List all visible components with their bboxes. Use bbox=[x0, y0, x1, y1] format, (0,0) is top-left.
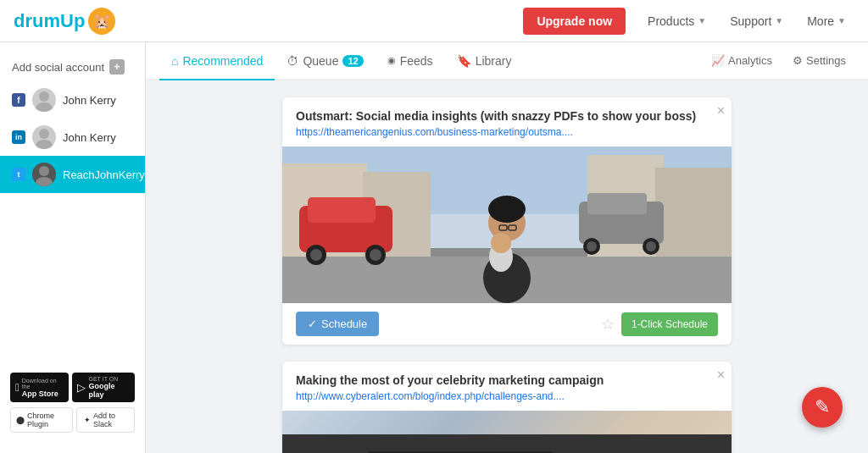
rss-icon: ◉ bbox=[387, 55, 396, 66]
gear-icon: ⚙ bbox=[793, 54, 803, 67]
settings-tab[interactable]: ⚙ Settings bbox=[784, 49, 854, 72]
card-2-image: Email bbox=[282, 411, 732, 453]
sidebar-footer:  Download on the App Store ▷ GET IT ON … bbox=[0, 362, 145, 443]
tab-queue-label: Queue bbox=[303, 54, 338, 68]
tab-library[interactable]: 🔖 Library bbox=[445, 42, 524, 80]
support-label: Support bbox=[730, 14, 771, 28]
avatar-reach-john-kerry bbox=[32, 163, 56, 186]
support-chevron-icon: ▼ bbox=[775, 16, 783, 25]
card-2: × Making the most of your celebrity mark… bbox=[282, 362, 732, 453]
logo: drumUp 🐹 bbox=[14, 8, 115, 35]
chart-icon: 📈 bbox=[711, 54, 725, 67]
analytics-label: Analytics bbox=[728, 54, 772, 67]
apple-icon:  bbox=[15, 381, 19, 394]
svg-point-1 bbox=[36, 102, 53, 112]
app-store-label: App Store bbox=[22, 389, 64, 398]
more-label: More bbox=[807, 14, 834, 28]
more-menu[interactable]: More ▼ bbox=[798, 8, 854, 35]
bookmark-icon: 🔖 bbox=[457, 54, 471, 68]
plugin-row: ⬤ Chrome Plugin ✦ Add to Slack bbox=[10, 407, 135, 433]
svg-point-25 bbox=[646, 241, 656, 251]
edit-icon: ✎ bbox=[815, 396, 830, 418]
tab-library-label: Library bbox=[476, 54, 512, 68]
avatar-john-kerry-fb bbox=[32, 88, 56, 112]
avatar-john-kerry-li bbox=[32, 125, 56, 149]
twitter-icon: t bbox=[12, 168, 25, 181]
app-body: Add social account + f John Kerry in Joh… bbox=[0, 42, 868, 453]
card-1-body: Outsmart: Social media insights (with sn… bbox=[282, 97, 732, 138]
sidebar-item-linkedin[interactable]: in John Kerry bbox=[0, 119, 145, 156]
tab-queue[interactable]: ⏱ Queue 12 bbox=[275, 42, 375, 80]
tab-feeds[interactable]: ◉ Feeds bbox=[376, 42, 445, 80]
svg-point-4 bbox=[39, 166, 49, 176]
sidebar-item-twitter[interactable]: t ReachJohnKerry bbox=[0, 156, 145, 193]
svg-rect-13 bbox=[655, 168, 732, 257]
twitter-account-name: ReachJohnKerry bbox=[63, 168, 145, 181]
card-2-url[interactable]: http://www.cyberalert.com/blog/index.php… bbox=[296, 390, 718, 402]
tabs-bar: ⌂ Recommended ⏱ Queue 12 ◉ Feeds 🔖 Libra… bbox=[146, 42, 868, 80]
app-store-button[interactable]:  Download on the App Store bbox=[10, 373, 69, 402]
tab-recommended-label: Recommended bbox=[182, 54, 263, 68]
header: drumUp 🐹 Upgrade now Products ▼ Support … bbox=[0, 0, 868, 42]
svg-rect-15 bbox=[308, 197, 376, 223]
svg-point-2 bbox=[39, 129, 49, 139]
drumup-mascot-icon: 🐹 bbox=[88, 8, 115, 35]
support-menu[interactable]: Support ▼ bbox=[721, 8, 792, 35]
svg-point-5 bbox=[36, 177, 53, 186]
settings-label: Settings bbox=[806, 54, 846, 67]
analytics-tab[interactable]: 📈 Analytics bbox=[703, 49, 781, 72]
svg-rect-21 bbox=[587, 193, 647, 214]
google-play-button[interactable]: ▷ GET IT ON Google play bbox=[72, 373, 135, 402]
card-1-url[interactable]: https://theamericangenius.com/business-m… bbox=[296, 126, 718, 138]
add-social-button[interactable]: Add social account + bbox=[0, 52, 145, 81]
svg-point-0 bbox=[39, 91, 49, 102]
card-1-schedule-button[interactable]: ✓ Schedule bbox=[296, 312, 379, 336]
card-1-image bbox=[282, 146, 732, 303]
card-1-oneclick-button[interactable]: 1-Click Schedule bbox=[621, 312, 718, 336]
svg-point-28 bbox=[488, 196, 526, 223]
card-1-image-svg bbox=[282, 146, 732, 303]
linkedin-icon: in bbox=[12, 130, 25, 144]
slack-label: Add to Slack bbox=[93, 412, 127, 428]
svg-rect-34 bbox=[282, 434, 732, 454]
check-icon: ✓ bbox=[308, 318, 317, 330]
content-area: × Outsmart: Social media insights (with … bbox=[146, 80, 868, 453]
card-1: × Outsmart: Social media insights (with … bbox=[282, 97, 732, 345]
queue-badge: 12 bbox=[342, 55, 363, 67]
svg-point-17 bbox=[310, 249, 322, 261]
card-2-image-svg: Email bbox=[282, 434, 732, 454]
card-1-close-button[interactable]: × bbox=[717, 104, 725, 118]
compose-fab-button[interactable]: ✎ bbox=[802, 387, 843, 428]
chrome-icon: ⬤ bbox=[16, 416, 25, 424]
facebook-account-name: John Kerry bbox=[63, 94, 116, 107]
facebook-icon: f bbox=[12, 93, 25, 107]
main: ⌂ Recommended ⏱ Queue 12 ◉ Feeds 🔖 Libra… bbox=[146, 42, 868, 453]
sidebar-item-facebook[interactable]: f John Kerry bbox=[0, 81, 145, 119]
svg-point-30 bbox=[491, 233, 511, 253]
slack-button[interactable]: ✦ Add to Slack bbox=[76, 407, 135, 433]
card-2-body: Making the most of your celebrity market… bbox=[282, 362, 732, 402]
linkedin-account-name: John Kerry bbox=[63, 131, 116, 144]
logo-text: drumUp bbox=[14, 10, 85, 32]
products-label: Products bbox=[648, 14, 694, 28]
card-2-close-button[interactable]: × bbox=[717, 368, 725, 382]
svg-point-23 bbox=[587, 241, 597, 251]
slack-icon: ✦ bbox=[84, 416, 91, 424]
tabs-right: 📈 Analytics ⚙ Settings bbox=[703, 49, 854, 72]
more-chevron-icon: ▼ bbox=[837, 16, 846, 25]
tab-recommended[interactable]: ⌂ Recommended bbox=[159, 42, 275, 80]
header-nav: Upgrade now Products ▼ Support ▼ More ▼ bbox=[523, 8, 854, 35]
home-icon: ⌂ bbox=[171, 54, 178, 68]
add-social-label: Add social account bbox=[12, 61, 104, 74]
card-1-star-button[interactable]: ☆ bbox=[601, 315, 615, 334]
sidebar: Add social account + f John Kerry in Joh… bbox=[0, 42, 146, 453]
card-2-title: Making the most of your celebrity market… bbox=[296, 373, 718, 387]
clock-icon: ⏱ bbox=[287, 54, 298, 68]
tab-feeds-label: Feeds bbox=[400, 54, 433, 68]
chrome-plugin-button[interactable]: ⬤ Chrome Plugin bbox=[10, 407, 73, 433]
logo-drum: drum bbox=[14, 10, 60, 31]
svg-point-3 bbox=[36, 140, 53, 149]
chrome-plugin-label: Chrome Plugin bbox=[27, 412, 67, 428]
products-menu[interactable]: Products ▼ bbox=[639, 8, 715, 35]
upgrade-button[interactable]: Upgrade now bbox=[523, 8, 626, 35]
